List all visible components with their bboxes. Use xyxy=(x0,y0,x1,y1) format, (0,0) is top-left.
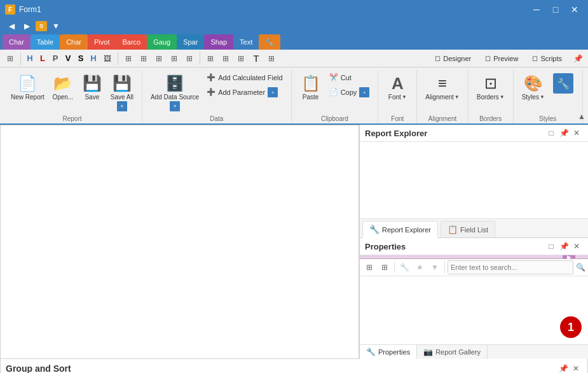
group-sort-header: Group and Sort 📌 ✕ xyxy=(1,359,587,373)
report-explorer-tab-icon: 🔧 xyxy=(369,225,379,234)
designer-canvas[interactable] xyxy=(0,125,359,359)
toolbar-pin-icon[interactable]: 📌 xyxy=(570,52,585,66)
toolbar-icon3[interactable]: ⊞ xyxy=(151,52,167,66)
styles-extra-button[interactable]: 🔧 xyxy=(549,70,577,95)
scripts-button[interactable]: ◻ Scripts xyxy=(526,52,568,66)
close-button[interactable]: ✕ xyxy=(566,3,583,16)
maximize-button[interactable]: □ xyxy=(547,3,564,16)
window-title: Form1 xyxy=(19,5,528,14)
alignment-btn-drop: Alignment ▼ xyxy=(425,94,459,101)
report-explorer-header: Report Explorer □ 📌 ✕ xyxy=(360,125,588,142)
tab-pivot[interactable]: Pivot xyxy=(88,34,116,50)
tab-sparkline[interactable]: Spar xyxy=(177,34,204,50)
prop-grid-btn[interactable]: ⊞ xyxy=(362,261,376,274)
toolbar-icon1[interactable]: ⊞ xyxy=(121,52,136,66)
report-explorer-min-button[interactable]: □ xyxy=(545,127,557,139)
borders-group-items: ⊡ Borders ▼ xyxy=(474,70,508,114)
tab-text[interactable]: Text xyxy=(233,34,259,50)
toolbar-img-icon[interactable]: 🖼 xyxy=(100,52,115,66)
qa-logo-button[interactable]: S xyxy=(36,21,47,31)
prop-az-btn[interactable]: ⊞ xyxy=(378,261,392,274)
add-param-badge: + xyxy=(268,87,278,97)
properties-panel: Properties □ 📌 ✕ ▶ ⊞ ⊞ 🔧 ★ ▼ 🔍 xyxy=(360,238,588,359)
tab-char[interactable]: Char xyxy=(3,34,31,50)
prop-star-btn[interactable]: ★ xyxy=(413,261,427,274)
toolbar-h-btn[interactable]: H xyxy=(24,52,36,66)
toolbar-icon5[interactable]: ⊞ xyxy=(182,52,197,66)
tab-table[interactable]: Table xyxy=(31,34,60,50)
styles-button[interactable]: 🎨 Styles ▼ xyxy=(519,70,548,102)
properties-min-button[interactable]: □ xyxy=(545,241,557,252)
preview-button[interactable]: ◻ Preview xyxy=(479,52,524,66)
properties-pin-button[interactable]: 📌 xyxy=(557,241,570,252)
toolbar-icon6[interactable]: ⊞ xyxy=(203,52,218,66)
qa-dropdown-button[interactable]: ▼ xyxy=(50,20,62,32)
toolbar-grid-icon[interactable]: ⊞ xyxy=(3,52,18,66)
toolbar-p-btn[interactable]: P xyxy=(49,52,62,66)
toolbar-icon4[interactable]: ⊞ xyxy=(167,52,182,66)
toolbar-icon2[interactable]: ⊞ xyxy=(136,52,151,66)
add-param-label: Add Parameter xyxy=(218,88,265,96)
designer-button[interactable]: ◻ Designer xyxy=(429,52,477,66)
scripts-label: Scripts xyxy=(540,55,562,62)
clipboard-group-items: 📋 Paste ✂️ Cut 📄 Copy + xyxy=(297,70,373,114)
report-explorer-tabs: 🔧 Report Explorer 📋 Field List xyxy=(360,218,588,237)
styles-dropdown-arrow: ▼ xyxy=(540,94,545,100)
save-all-button[interactable]: 💾 Save All + xyxy=(107,70,137,113)
toolbar-icon7[interactable]: ⊞ xyxy=(218,52,233,66)
add-parameter-button[interactable]: ➕ Add Parameter + xyxy=(203,85,286,99)
paste-button[interactable]: 📋 Paste xyxy=(297,70,325,102)
tab-barcode[interactable]: Barco xyxy=(116,34,147,50)
borders-button[interactable]: ⊡ Borders ▼ xyxy=(474,70,508,102)
group-sort-pin-button[interactable]: 📌 xyxy=(557,363,570,373)
report-explorer-close-button[interactable]: ✕ xyxy=(570,127,583,139)
cut-icon: ✂️ xyxy=(329,73,338,81)
tab-properties[interactable]: 🔧 Properties xyxy=(360,345,417,359)
toolbar-l-btn[interactable]: L xyxy=(36,52,49,66)
report-explorer-pin-button[interactable]: 📌 xyxy=(557,127,570,139)
tab-report-gallery[interactable]: 📷 Report Gallery xyxy=(417,345,488,359)
qa-forward-button[interactable]: ▶ xyxy=(20,20,33,32)
tab-gauge[interactable]: Gaug xyxy=(147,34,177,50)
toolbar-s-btn[interactable]: S xyxy=(74,52,87,66)
open-button[interactable]: 📂 Open... xyxy=(49,70,77,102)
prop-dropdown-btn[interactable]: ▼ xyxy=(428,261,442,274)
add-data-source-button[interactable]: 🗄️ Add Data Source + xyxy=(147,70,202,113)
alignment-group-label: Alignment xyxy=(422,114,462,123)
report-group-label: Report xyxy=(8,114,137,123)
report-group: 📄 New Report 📂 Open... 💾 Save 💾 Save All… xyxy=(3,70,142,123)
tab-field-list[interactable]: 📋 Field List xyxy=(441,221,495,237)
prop-wrench-btn[interactable]: 🔧 xyxy=(397,261,411,274)
font-button[interactable]: A Font ▼ xyxy=(383,70,411,102)
toolbar-icon9[interactable]: ⊞ xyxy=(264,52,279,66)
toolbar-h2-btn[interactable]: H xyxy=(87,52,100,66)
data-group-items: 🗄️ Add Data Source + ➕ Add Calculated Fi… xyxy=(147,70,286,114)
preview-label: Preview xyxy=(493,55,518,62)
ribbon-collapse-button[interactable]: ▲ xyxy=(578,112,585,121)
cut-button[interactable]: ✂️ Cut xyxy=(326,71,373,83)
toolbar-icon8[interactable]: ⊞ xyxy=(233,52,249,66)
properties-dropdown-arrow[interactable]: ▶ xyxy=(563,255,575,258)
toolbar-v-btn[interactable]: V xyxy=(62,52,74,66)
copy-icon: 📄 xyxy=(329,88,338,96)
alignment-button[interactable]: ≡ Alignment ▼ xyxy=(422,70,462,102)
styles-extra-icon: 🔧 xyxy=(553,73,573,94)
save-button[interactable]: 💾 Save xyxy=(78,70,106,102)
properties-close-button[interactable]: ✕ xyxy=(570,241,583,252)
styles-group: 🎨 Styles ▼ 🔧 Styles xyxy=(514,70,583,123)
alignment-group-items: ≡ Alignment ▼ xyxy=(422,70,462,114)
copy-button[interactable]: 📄 Copy + xyxy=(326,85,373,99)
toolbar-separator-3 xyxy=(200,52,200,65)
tab-chart[interactable]: Char xyxy=(60,34,88,50)
tab-report-explorer[interactable]: 🔧 Report Explorer xyxy=(362,221,438,238)
properties-search-input[interactable] xyxy=(448,260,573,274)
group-sort-close-button[interactable]: ✕ xyxy=(570,363,582,373)
new-report-button[interactable]: 📄 New Report xyxy=(8,70,48,102)
qa-back-button[interactable]: ◀ xyxy=(5,20,18,32)
toolbar-t-icon[interactable]: T xyxy=(249,52,264,66)
properties-toolbar: ⊞ ⊞ 🔧 ★ ▼ 🔍 xyxy=(360,259,588,276)
minimize-button[interactable]: ─ xyxy=(528,3,545,16)
tab-shape[interactable]: Shap xyxy=(204,34,233,50)
add-calculated-field-button[interactable]: ➕ Add Calculated Field xyxy=(203,71,286,83)
tab-puzzle[interactable]: 🔧 xyxy=(259,34,280,50)
